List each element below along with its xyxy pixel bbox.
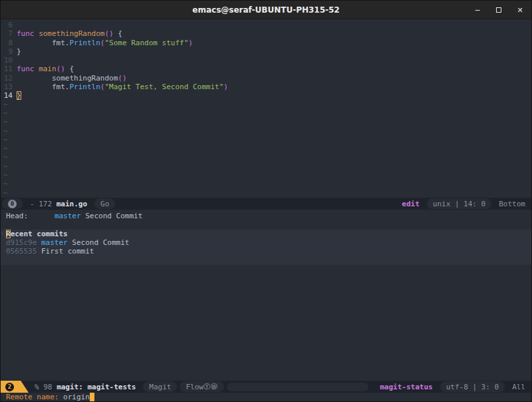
code-token: Println: [69, 39, 100, 47]
code-line[interactable]: 7func somethingRandom() {: [1, 29, 531, 38]
tilde-glyph: ~: [1, 109, 8, 118]
code-line[interactable]: 14}: [1, 91, 531, 100]
major-mode-segment[interactable]: Go: [94, 198, 115, 209]
code-token: somethingRandom: [17, 74, 118, 83]
code-editor-window[interactable]: 67func somethingRandom() {8 fmt.Println(…: [1, 19, 531, 198]
edit-state-segment: edit: [396, 198, 426, 210]
title-bar: emacs@seraf-UBUNTU-PH315-52 − ✕: [1, 1, 531, 19]
buffer-name[interactable]: main.go: [57, 200, 87, 208]
emacs-window: emacs@seraf-UBUNTU-PH315-52 − ✕ 67func s…: [0, 0, 532, 402]
code-text: }: [17, 91, 21, 100]
buffer-percent: % 98: [35, 383, 53, 391]
code-token: fmt.: [17, 39, 69, 47]
commit-ref: master: [41, 238, 72, 247]
magit-buffer-info-segment[interactable]: % 98 magit: magit-tests: [29, 381, 142, 393]
buffer-info-segment[interactable]: - 172 main.go: [24, 198, 93, 210]
status-mode-segment: magit-status: [374, 381, 438, 393]
line-number: 10: [1, 56, 17, 65]
tilde-glyph: ~: [1, 189, 8, 198]
magit-encoding-label: utf-8 | 3: 0: [446, 383, 499, 391]
gitflow-segment[interactable]: FlowⓎⓌ: [180, 381, 224, 392]
commit-list: d915c9e master Second Commit0565535 Firs…: [1, 238, 531, 256]
empty-line: ~: [1, 180, 531, 188]
window-number-segment: 0: [2, 198, 23, 209]
magit-scroll-label: All: [512, 383, 525, 391]
commit-row[interactable]: 0565535 First commit: [1, 247, 531, 256]
empty-line: ~: [1, 171, 531, 180]
commit-row[interactable]: d915c9e master Second Commit: [1, 238, 531, 247]
modeline-magit: 2 % 98 magit: magit-tests Magit FlowⓎⓌ m…: [1, 381, 531, 393]
empty-line: ~: [1, 100, 531, 109]
minibuffer[interactable]: Remote name: origin: [1, 393, 531, 401]
code-token: (): [118, 74, 126, 83]
editor-lines: 67func somethingRandom() {8 fmt.Println(…: [1, 21, 531, 100]
code-token: (): [104, 29, 113, 38]
section-trailing-blank: [1, 256, 531, 264]
magit-status-window[interactable]: Head: master Second Commit ˅ Recent comm…: [1, 210, 531, 381]
empty-line: ~: [1, 109, 531, 118]
empty-line: ~: [1, 153, 531, 162]
maximize-icon[interactable]: [493, 4, 505, 16]
magit-buffer-name[interactable]: magit: magit-tests: [57, 383, 136, 391]
head-message: Second Commit: [85, 212, 142, 220]
magit-encoding-segment[interactable]: utf-8 | 3: 0: [440, 381, 505, 392]
tilde-glyph: ~: [1, 127, 8, 136]
code-token: func: [17, 29, 39, 38]
magit-head-line[interactable]: Head: master Second Commit: [1, 212, 531, 220]
code-line[interactable]: 13 fmt.Println("Magit Test, Second Commi…: [1, 83, 531, 91]
code-line[interactable]: 9}: [1, 47, 531, 56]
code-token: }: [17, 47, 21, 56]
minimize-icon[interactable]: −: [471, 4, 483, 16]
magit-scroll-segment[interactable]: All: [506, 381, 531, 393]
code-line[interactable]: 11func main() {: [1, 65, 531, 73]
tilde-glyph: ~: [1, 144, 8, 153]
empty-line: ~: [1, 162, 531, 171]
line-number: 6: [1, 21, 17, 29]
code-token: (): [57, 65, 65, 73]
code-token: func: [17, 65, 39, 73]
empty-line: ~: [1, 136, 531, 144]
minibuffer-input[interactable]: origin: [63, 393, 90, 401]
head-branch[interactable]: master: [55, 212, 81, 220]
line-number: 8: [1, 39, 17, 47]
code-text: func main() {: [17, 65, 74, 73]
code-line[interactable]: 10: [1, 56, 531, 65]
scroll-position-segment[interactable]: Bottom: [493, 198, 531, 210]
code-text: func somethingRandom() {: [17, 29, 122, 38]
buffer-size: - 172: [30, 200, 52, 208]
code-line[interactable]: 8 fmt.Println("Some Random stuff"): [1, 39, 531, 47]
editor-tildes: ~~~~~~~~~~~: [1, 100, 531, 198]
magit-mode-label: Magit: [149, 383, 171, 391]
tilde-glyph: ~: [1, 180, 8, 188]
modeline-main-go: 0 - 172 main.go Go edit unix | 14: 0 Bot…: [1, 198, 531, 210]
gitflow-badges-icon: ⓎⓌ: [203, 382, 218, 391]
recent-commits-section[interactable]: ˅ Recent commits d915c9e master Second C…: [1, 230, 531, 265]
head-gap: [28, 212, 55, 220]
head-message-space: [81, 212, 86, 220]
commit-message: First commit: [41, 247, 94, 256]
modeline2-empty-segment: [227, 383, 368, 391]
window-badge-segment: 2: [1, 381, 29, 393]
scroll-position-label: Bottom: [499, 200, 525, 208]
line-number: 13: [1, 83, 17, 91]
code-token: somethingRandom: [39, 29, 104, 38]
code-text: somethingRandom(): [17, 74, 127, 83]
fold-indicator-icon[interactable]: ˅: [1, 230, 4, 238]
code-text: fmt.Println("Magit Test, Second Commit"): [17, 83, 228, 91]
close-icon[interactable]: ✕: [514, 4, 526, 16]
major-mode-label: Go: [100, 200, 109, 208]
code-line[interactable]: 12 somethingRandom(): [1, 74, 531, 83]
magit-section-title[interactable]: Recent commits: [6, 230, 68, 238]
code-token: {: [114, 29, 122, 38]
code-line[interactable]: 6: [1, 21, 531, 29]
tilde-glyph: ~: [1, 118, 8, 126]
window-title: emacs@seraf-UBUNTU-PH315-52: [1, 5, 531, 15]
code-text: }: [17, 47, 21, 56]
code-token: Println: [69, 83, 100, 91]
section-heading-line[interactable]: ˅ Recent commits: [1, 230, 531, 238]
encoding-position-segment[interactable]: unix | 14: 0: [427, 198, 491, 209]
status-mode-label: magit-status: [380, 383, 432, 391]
window-number-icon: 0: [8, 200, 17, 208]
code-token: ): [223, 83, 228, 91]
magit-mode-segment[interactable]: Magit: [143, 381, 177, 392]
